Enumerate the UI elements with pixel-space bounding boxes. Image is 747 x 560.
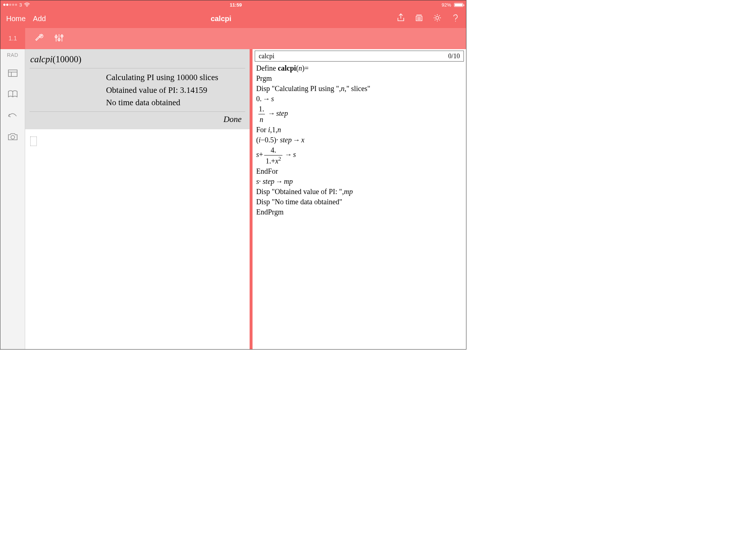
svg-point-7 — [11, 135, 15, 139]
svg-point-2 — [455, 21, 456, 21]
add-button[interactable]: Add — [33, 15, 46, 23]
help-icon[interactable] — [451, 13, 460, 24]
page-tab[interactable]: 1.1 — [0, 28, 25, 49]
input-cursor[interactable] — [30, 137, 37, 146]
document-title: calcpi — [46, 15, 396, 23]
cursor-position: 0/10 — [448, 52, 460, 60]
program-header: calcpi 0/10 — [255, 51, 464, 62]
clock: 11:59 — [30, 2, 442, 8]
calculator-pane[interactable]: calcpi(10000) Calculating PI using 10000… — [25, 49, 250, 349]
history-entry[interactable]: calcpi(10000) Calculating PI using 10000… — [25, 49, 250, 129]
program-name: calcpi — [259, 52, 448, 60]
wrench-icon[interactable] — [34, 32, 45, 45]
entry-result: Done — [30, 111, 245, 126]
book-icon[interactable] — [7, 88, 19, 102]
layout-icon[interactable] — [7, 67, 19, 80]
camera-icon[interactable] — [7, 131, 19, 144]
entry-input: calcpi(10000) — [30, 53, 245, 67]
wifi-icon — [24, 3, 30, 7]
pane-divider[interactable] — [250, 49, 253, 349]
entry-output: Calculating PI using 10000 slices Obtain… — [30, 71, 245, 109]
share-icon[interactable] — [396, 13, 406, 24]
signal-dots-icon — [3, 4, 17, 6]
tool-bar: 1.1 — [0, 28, 466, 49]
undo-icon[interactable] — [7, 110, 19, 123]
sliders-icon[interactable] — [54, 32, 64, 45]
svg-point-0 — [27, 6, 27, 7]
program-editor-pane[interactable]: calcpi 0/10 Define calcpi(n)= Prgm Disp … — [253, 49, 466, 349]
settings-icon[interactable] — [433, 13, 442, 24]
vertical-side-bar: RAD — [0, 49, 25, 349]
nav-bar: Home Add calcpi — [0, 9, 466, 28]
battery-percent: 92% — [442, 2, 451, 8]
angle-mode-label[interactable]: RAD — [7, 52, 18, 58]
home-button[interactable]: Home — [6, 15, 26, 23]
carrier-label: 3 — [19, 2, 22, 8]
library-icon[interactable] — [414, 13, 424, 24]
svg-rect-6 — [8, 70, 17, 76]
svg-point-1 — [436, 16, 439, 19]
battery-icon — [454, 3, 463, 7]
status-bar: 3 11:59 92% — [0, 0, 466, 9]
program-source[interactable]: Define calcpi(n)= Prgm Disp "Calculating… — [253, 62, 466, 221]
